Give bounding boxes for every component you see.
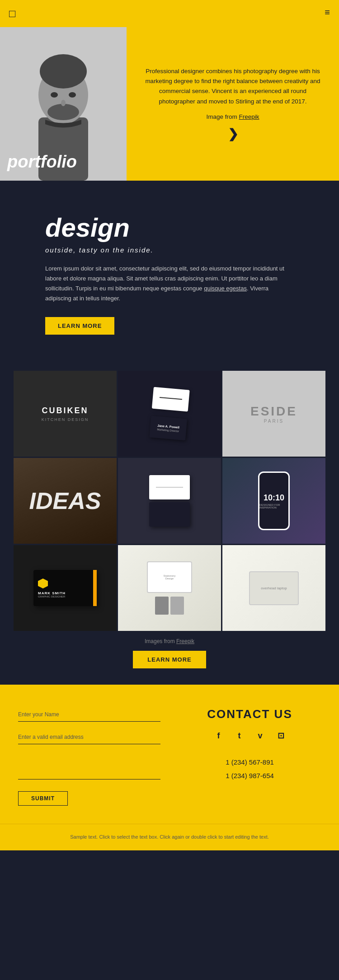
biz-hex-icon — [38, 579, 48, 588]
phone-mockup: 10:10 DESIGNED FOR INSPIRATION — [258, 471, 290, 530]
stationery-items — [155, 597, 184, 615]
business-card: MARK SMITH GRAPHIC DESIGNER — [33, 570, 97, 606]
footer-note: Sample text. Click to select the text bo… — [18, 833, 321, 841]
page-footer: Sample text. Click to select the text bo… — [0, 824, 339, 850]
stationery-inner: StationeryDesign — [118, 545, 221, 631]
freepik-link[interactable]: Freepik — [239, 113, 259, 120]
facebook-icon[interactable]: f — [212, 729, 225, 742]
orange-accent — [93, 570, 97, 606]
twitter-icon[interactable]: t — [233, 729, 246, 742]
gallery-cell-ideas[interactable]: IDEAS — [14, 458, 117, 544]
laptop-overhead: overhead laptop — [222, 545, 325, 631]
biz-title: GRAPHIC DESIGNER — [38, 595, 65, 598]
contact-form: SUBMIT — [18, 707, 160, 806]
gallery-cell-bizcard[interactable]: MARK SMITH GRAPHIC DESIGNER — [14, 545, 117, 631]
logo-icon[interactable]: □ — [9, 7, 16, 20]
social-icons-row: f t v ⊡ — [212, 729, 287, 742]
hero-text-area: Professional designer combines his photo… — [127, 27, 339, 181]
contact-info: CONTACT US f t v ⊡ 1 (234) 567-891 1 (23… — [179, 707, 321, 783]
gallery-cell-phone[interactable]: 10:10 DESIGNED FOR INSPIRATION — [222, 458, 325, 544]
design-subtitle: outside, tasty on the inside. — [45, 246, 294, 254]
stationery-laptop: StationeryDesign — [147, 561, 192, 593]
ideas-overlay: IDEAS — [14, 458, 117, 544]
phone-numbers: 1 (234) 567-891 1 (234) 987-654 — [226, 756, 274, 783]
hero-arrow-container: ❯ — [140, 126, 325, 141]
svg-point-3 — [40, 54, 87, 89]
phone-sub: DESIGNED FOR INSPIRATION — [259, 504, 288, 509]
hero-arrow-icon[interactable]: ❯ — [228, 126, 238, 141]
cards2-white — [149, 475, 190, 499]
gallery-cell-laptop-hand[interactable]: overhead laptop — [222, 545, 325, 631]
cubiken-brand: CUBIKEN — [42, 406, 88, 415]
gallery-cell-cards1[interactable]: Jane A. Powell Marketing Director — [118, 371, 221, 457]
eside-brand: ESIDE — [250, 404, 297, 419]
contact-submit-button[interactable]: SUBMIT — [18, 791, 68, 806]
contact-message-input[interactable] — [18, 752, 160, 779]
ideas-text: IDEAS — [29, 487, 101, 514]
menu-icon[interactable]: ≡ — [325, 7, 330, 18]
design-body: Lorem ipsum dolor sit amet, consectetur … — [45, 264, 294, 303]
biz-name: MARK SMITH — [38, 591, 66, 595]
hero-image-credit: Image from Freepik — [140, 112, 325, 122]
svg-point-6 — [69, 92, 76, 98]
gallery-image-credit: Images from Freepik — [7, 638, 332, 644]
header: □ ≡ — [0, 0, 339, 27]
contact-title: CONTACT US — [207, 707, 292, 721]
instagram-icon[interactable]: ⊡ — [275, 729, 287, 742]
svg-point-4 — [47, 104, 79, 120]
gallery-learn-more-button[interactable]: LEARN MORE — [133, 651, 206, 668]
phone-number-1: 1 (234) 567-891 — [226, 756, 274, 769]
svg-point-5 — [51, 92, 58, 98]
phone-number-2: 1 (234) 987-654 — [226, 769, 274, 783]
eside-sub: PARIS — [264, 419, 284, 424]
contact-name-input[interactable] — [18, 707, 160, 722]
hero-description: Professional designer combines his photo… — [140, 66, 325, 107]
gallery-cell-stationery[interactable]: StationeryDesign — [118, 545, 221, 631]
gallery-cell-eside[interactable]: ESIDE PARIS — [222, 371, 325, 457]
design-link[interactable]: quisque egestas — [204, 285, 247, 292]
phone-time: 10:10 — [264, 493, 284, 503]
gallery-cell-cubiken[interactable]: CUBIKEN KITCHEN DESIGN — [14, 371, 117, 457]
gallery-footer: Images from Freepik LEARN MORE — [0, 631, 339, 685]
gallery-freepik-link[interactable]: Freepik — [176, 638, 194, 644]
design-learn-more-button[interactable]: LEARN MORE — [45, 317, 114, 335]
vimeo-icon[interactable]: v — [254, 729, 267, 742]
card-white-1 — [152, 387, 190, 412]
cards2-dark — [149, 502, 190, 527]
contact-section: SUBMIT CONTACT US f t v ⊡ 1 (234) 567-89… — [0, 685, 339, 824]
design-section: design outside, tasty on the inside. Lor… — [0, 181, 339, 357]
hero-section: portfolio Professional designer combines… — [0, 27, 339, 181]
hero-image-container: portfolio — [0, 27, 127, 181]
cubiken-sub: KITCHEN DESIGN — [42, 417, 89, 422]
contact-email-input[interactable] — [18, 730, 160, 744]
design-title: design — [45, 212, 294, 243]
gallery-grid: CUBIKEN KITCHEN DESIGN Jane A. Powell Ma… — [14, 371, 325, 631]
gallery-cell-cards2[interactable] — [118, 458, 221, 544]
card-dark-1: Jane A. Powell Marketing Director — [149, 416, 187, 441]
portfolio-label: portfolio — [7, 152, 77, 172]
svg-point-7 — [61, 100, 66, 106]
gallery-section: CUBIKEN KITCHEN DESIGN Jane A. Powell Ma… — [0, 357, 339, 631]
